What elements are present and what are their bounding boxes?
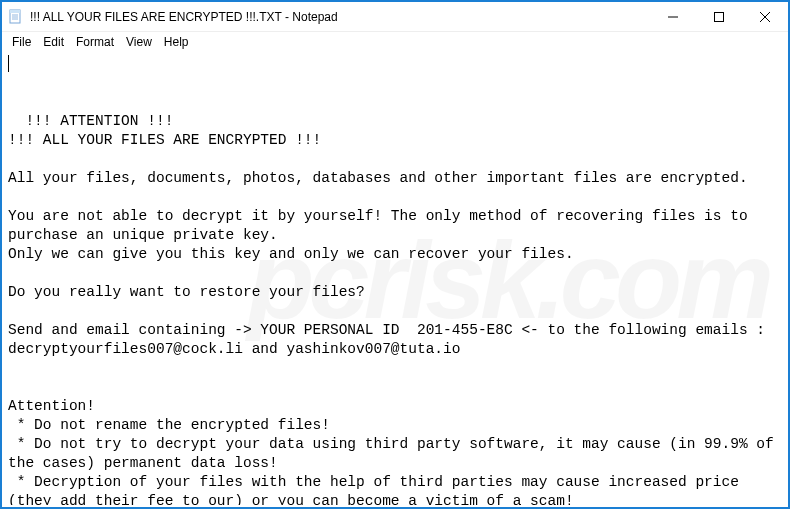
maximize-button[interactable]	[696, 2, 742, 31]
titlebar[interactable]: !!! ALL YOUR FILES ARE ENCRYPTED !!!.TXT…	[2, 2, 788, 32]
menubar: File Edit Format View Help	[2, 32, 788, 52]
window-controls	[650, 2, 788, 31]
menu-file[interactable]: File	[6, 34, 37, 50]
note-line: !!! ALL YOUR FILES ARE ENCRYPTED !!!	[8, 132, 321, 148]
svg-rect-1	[10, 10, 20, 13]
minimize-button[interactable]	[650, 2, 696, 31]
menu-format[interactable]: Format	[70, 34, 120, 50]
text-caret	[8, 55, 9, 72]
note-line: * Do not rename the encrypted files!	[8, 417, 330, 433]
note-line: * Do not try to decrypt your data using …	[8, 436, 782, 471]
note-line: Attention!	[8, 398, 95, 414]
close-button[interactable]	[742, 2, 788, 31]
note-line: !!! ATTENTION !!!	[25, 113, 173, 129]
menu-help[interactable]: Help	[158, 34, 195, 50]
menu-edit[interactable]: Edit	[37, 34, 70, 50]
menu-view[interactable]: View	[120, 34, 158, 50]
notepad-icon	[8, 9, 24, 25]
text-area[interactable]: pcrisk.com !!! ATTENTION !!! !!! ALL YOU…	[2, 52, 788, 505]
note-line: All your files, documents, photos, datab…	[8, 170, 748, 186]
note-line: Do you really want to restore your files…	[8, 284, 365, 300]
svg-rect-6	[715, 12, 724, 21]
note-line: Send and email containing -> YOUR PERSON…	[8, 322, 774, 357]
note-line: * Decryption of your files with the help…	[8, 474, 748, 505]
note-line: Only we can give you this key and only w…	[8, 246, 574, 262]
note-line: You are not able to decrypt it by yourse…	[8, 208, 756, 243]
window-title: !!! ALL YOUR FILES ARE ENCRYPTED !!!.TXT…	[30, 10, 650, 24]
